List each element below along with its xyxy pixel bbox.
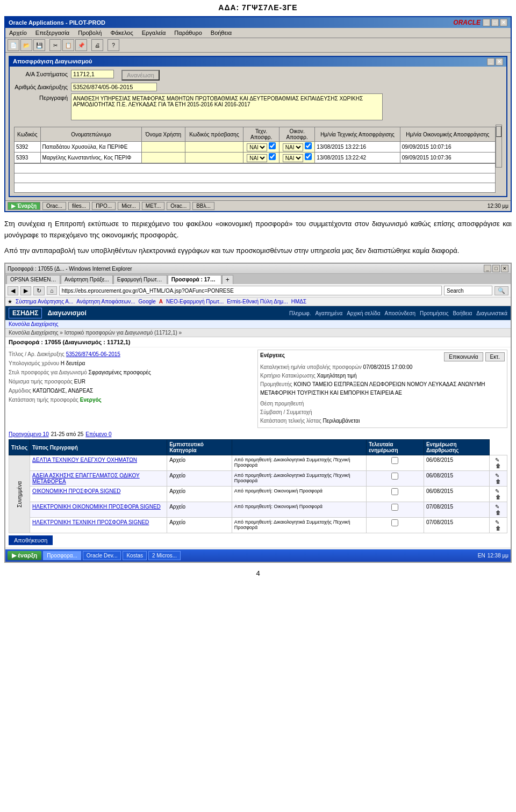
taskbar-micr[interactable]: Micr... (118, 202, 140, 210)
edit-icon[interactable]: ✎ (495, 473, 499, 479)
delete-icon[interactable]: 🗑 (496, 479, 501, 484)
taskbar-pro[interactable]: ΠΡΟ... (92, 202, 116, 210)
toolbar-new[interactable]: 📄 (8, 39, 19, 51)
nav-link-2[interactable]: Αρχική σελίδα (347, 310, 380, 316)
console-link[interactable]: Κονσόλα Διαχείρισης (9, 321, 59, 327)
table-scrollbar[interactable] (496, 125, 502, 168)
texn-select[interactable]: ΝΑΙ (247, 143, 267, 151)
nav-link-0[interactable]: Πληρωφ. (289, 310, 311, 316)
nav-link-4[interactable]: Προτιμήσεις (420, 310, 449, 316)
win-task-3[interactable]: Kostas (123, 551, 147, 560)
delete-icon[interactable]: 🗑 (496, 525, 501, 531)
browser-close[interactable]: ✕ (501, 265, 508, 272)
tab-4-active[interactable]: Προσφορά : 17055 (Δ... (168, 275, 221, 284)
epikoinonia-btn[interactable]: Επικοινωνία (444, 352, 483, 361)
tab-3[interactable]: Εφαρμογή Πρωτοκ... (113, 275, 167, 284)
file-link[interactable]: ΟΙΚΟΝΟΜΙΚΗ ΠΡΟΣΦΟΡΑ SIGNED (32, 488, 120, 494)
win-task-1[interactable]: Προσφορα... (43, 551, 81, 560)
bookmark-3[interactable]: Google (139, 299, 156, 305)
search-go-btn[interactable]: 🔍 (494, 286, 508, 295)
file-checkbox[interactable] (391, 488, 398, 495)
home-btn[interactable]: ⌂ (47, 286, 57, 295)
prop-titlos-value[interactable]: 53526/874/05-06-2015 (66, 351, 120, 357)
bookmark-2[interactable]: Ανάρτηση Αποφάσεων... (76, 299, 135, 305)
oikon-check[interactable] (305, 142, 312, 149)
menu-epex[interactable]: Επεξεργασία (34, 29, 71, 37)
toolbar-cut[interactable]: ✂ (49, 39, 61, 51)
win-start-btn[interactable]: ▶ έναρξη (8, 551, 41, 560)
taskbar-orac2[interactable]: Orac... (167, 202, 190, 210)
file-link[interactable]: ΗΛΕΚΤΡΟΝΙΚΗ ΟΙΚΟΝΟΜΙΚΗ ΠΡΟΣΦΟΡΑ SIGNED (32, 504, 161, 510)
file-link[interactable]: ΔΕΛΤΙΑ ΤΕΧΝΙΚΟΥ ΕΛΕΓΧΟΥ ΟΧΗΜΑΤΩΝ (32, 457, 137, 463)
arithmos-value[interactable]: 53526/874/05-06-2015 (71, 83, 157, 91)
oikon-select[interactable]: ΝΑΙ (283, 143, 303, 151)
browser-maximize[interactable]: □ (492, 265, 500, 272)
edit-icon[interactable]: ✎ (495, 488, 499, 494)
browser-minimize[interactable]: _ (484, 265, 491, 272)
menu-provoli[interactable]: Προβολή (76, 29, 103, 37)
bookmark-5[interactable]: Ermis-Εθνική Πύλη Δημ... (227, 299, 288, 305)
toolbar-copy[interactable]: 📋 (62, 39, 74, 51)
nav-link-5[interactable]: Βοήθεια (453, 310, 472, 316)
tab-1[interactable]: OPSNA SIEMENS - Q&... (6, 275, 60, 284)
apothekysi-btn[interactable]: Αποθήκευση (9, 535, 53, 545)
bookmark-1[interactable]: Σύστημα Ανάρτησης Α... (16, 299, 73, 305)
forward-btn[interactable]: ▶ (20, 286, 31, 295)
tab-2[interactable]: Ανάρτηση Πράξε... (61, 275, 113, 284)
taskbar-met[interactable]: MET... (142, 202, 164, 210)
dialog-close[interactable]: ✕ (496, 58, 503, 66)
taskbar-vvl[interactable]: ΒΒλ... (192, 202, 214, 210)
oikon-check[interactable] (305, 153, 312, 160)
cell-prosvasi[interactable] (185, 142, 243, 153)
nav-link-1[interactable]: Αγαπημένα (315, 310, 342, 316)
file-link[interactable]: ΗΛΕΚΤΡΟΝΙΚΗ ΤΕΧΝΙΚΗ ΠΡΟΣΦΟΡΑ SIGNED (32, 519, 149, 525)
taskbar-orac1[interactable]: Orac... (42, 202, 66, 210)
maximize-btn[interactable]: □ (491, 19, 499, 26)
edit-icon[interactable]: ✎ (495, 504, 499, 510)
close-btn[interactable]: ✕ (500, 19, 507, 26)
toolbar-print[interactable]: 🖨 (91, 39, 103, 51)
delete-icon[interactable]: 🗑 (496, 510, 501, 516)
nav-link-6[interactable]: Διαγωνιστικά (476, 310, 507, 316)
menu-ergaleia[interactable]: Εργαλεία (140, 29, 168, 37)
file-checkbox[interactable] (391, 457, 398, 464)
ekt-btn[interactable]: Εκτ. (485, 352, 505, 361)
delete-icon[interactable]: 🗑 (496, 463, 501, 469)
texn-check[interactable] (269, 153, 276, 160)
menu-arxeio[interactable]: Αρχείο (8, 29, 28, 37)
refresh-btn[interactable]: ↻ (33, 286, 45, 295)
bookmark-6[interactable]: ΗΜΔΣ (291, 299, 306, 305)
cell-xristis[interactable] (142, 142, 185, 153)
bookmark-4[interactable]: ΝΕΟ-Εφαρμογή Πρωτ... (166, 299, 224, 305)
nav-link-3[interactable]: Αποσύνδεση (385, 310, 415, 316)
file-checkbox[interactable] (391, 519, 398, 526)
back-btn[interactable]: ◀ (8, 286, 18, 295)
prev-page-link[interactable]: Προηγούμενο 10 (9, 431, 49, 437)
oikon-select[interactable]: ΝΑΙ (283, 154, 303, 162)
texn-select[interactable]: ΝΑΙ (247, 154, 267, 162)
dialog-minimize[interactable]: _ (487, 58, 494, 66)
edit-icon[interactable]: ✎ (495, 519, 499, 525)
file-link[interactable]: ΑΔΕΙΑ ΑΣΚΗΣΗΣ ΕΠΑΓΓΕΛΜΑΤΟΣ ΟΔΙΚΟΥ ΜΕΤΑΦΟ… (32, 473, 140, 484)
delete-icon[interactable]: 🗑 (496, 494, 501, 500)
new-tab-btn[interactable]: + (222, 275, 233, 284)
win-task-2[interactable]: Oracle Dev... (83, 551, 121, 560)
search-input[interactable] (444, 286, 492, 295)
file-checkbox[interactable] (391, 473, 398, 480)
taskbar-start[interactable]: ▶ Έναρξη (8, 202, 40, 210)
address-bar[interactable] (59, 286, 442, 295)
win-task-4[interactable]: 2 Micros... (148, 551, 181, 560)
toolbar-help[interactable]: ? (108, 39, 119, 51)
file-checkbox[interactable] (391, 504, 398, 511)
menu-voitheia[interactable]: Βοήθεια (209, 29, 233, 37)
menu-fakelos[interactable]: Φάκελος (109, 29, 134, 37)
menu-parathyro[interactable]: Παράθυρο (173, 29, 203, 37)
cell-prosvasi[interactable] (185, 153, 243, 163)
toolbar-open[interactable]: 📂 (20, 39, 32, 51)
next-page-link[interactable]: Επόμενο 0 (85, 431, 111, 437)
toolbar-save[interactable]: 💾 (33, 39, 45, 51)
aa-value[interactable]: 11712,1 (71, 70, 114, 78)
edit-icon[interactable]: ✎ (495, 457, 499, 463)
perigrafi-value[interactable]: ΑΝΑΘΕΣΗ ΥΠΗΡΕΣΙΑΣ ΜΕΤΑΦΟΡΑΣ ΜΑΘΗΤΩΝ ΠΡΩΤ… (71, 93, 383, 120)
taskbar-files[interactable]: files... (68, 202, 90, 210)
